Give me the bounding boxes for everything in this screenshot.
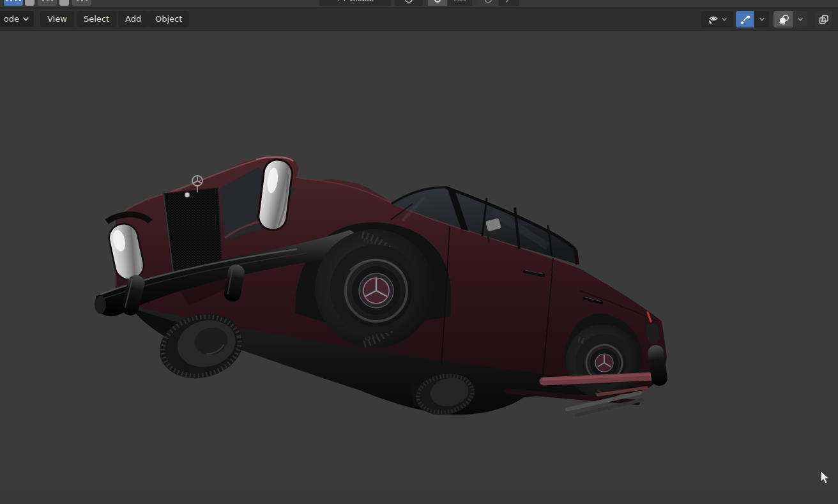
tool-fragment-light-2[interactable] [59, 0, 69, 6]
proportional-toggle[interactable] [478, 0, 498, 6]
chevron-down-icon [797, 16, 804, 22]
proportional-falloff-dropdown[interactable] [499, 0, 519, 6]
xray-squares-icon [818, 13, 830, 26]
menu-add-label: Add [125, 14, 141, 24]
toggle-xray-button[interactable] [815, 11, 832, 27]
mouse-cursor [820, 470, 832, 485]
snap-label: MM [454, 0, 466, 3]
tool-fragment-dots-1[interactable] [38, 0, 57, 6]
chevron-down-icon [721, 16, 728, 22]
object-visibility-dropdown[interactable] [701, 11, 733, 27]
chevron-down-icon [22, 15, 29, 22]
menu-select[interactable]: Select [77, 11, 116, 27]
orientation-arrows-icon [337, 0, 347, 4]
menu-object[interactable]: Object [148, 11, 189, 27]
orientation-label: Global [349, 0, 374, 3]
menu-add[interactable]: Add [118, 11, 148, 27]
overlays-icon [777, 13, 789, 26]
front-wheel[interactable] [315, 229, 434, 348]
overlays-dropdown[interactable] [793, 11, 807, 27]
snap-toggle[interactable] [428, 0, 447, 6]
tool-fragment-dots-2[interactable] [72, 0, 91, 6]
snap-with-dropdown[interactable]: MM [448, 0, 472, 6]
show-overlays-toggle[interactable] [773, 11, 793, 27]
orientation-dropdown[interactable]: Global [319, 0, 391, 6]
falloff-curve-icon [505, 0, 514, 4]
menu-object-label: Object [155, 14, 182, 24]
pivot-dropdown[interactable] [395, 0, 423, 6]
eye-pointer-icon [707, 13, 719, 26]
mode-label: ode [4, 14, 19, 24]
proportional-circle-icon [484, 0, 493, 4]
menu-select-label: Select [84, 14, 109, 24]
magnet-icon [432, 0, 443, 4]
rear-wheel[interactable] [566, 325, 640, 399]
tool-fragment-light-1[interactable] [25, 0, 34, 6]
active-tool-fragment[interactable] [4, 0, 23, 6]
show-gizmos-toggle[interactable] [736, 11, 754, 27]
menu-view[interactable]: View [40, 11, 74, 27]
chevron-down-icon [759, 16, 765, 22]
topbar-strip: Global MM [0, 0, 838, 6]
gizmo-icon [739, 13, 751, 26]
menu-view-label: View [47, 14, 67, 24]
mode-dropdown[interactable]: ode [0, 11, 34, 27]
blender-window: Global MM [0, 0, 838, 504]
viewport-header: ode View Select Add Object [0, 7, 838, 31]
pivot-point-icon [404, 0, 414, 4]
viewport-3d[interactable] [0, 0, 838, 504]
gizmos-dropdown[interactable] [754, 11, 769, 27]
viewport-bottom-shade [0, 460, 838, 504]
